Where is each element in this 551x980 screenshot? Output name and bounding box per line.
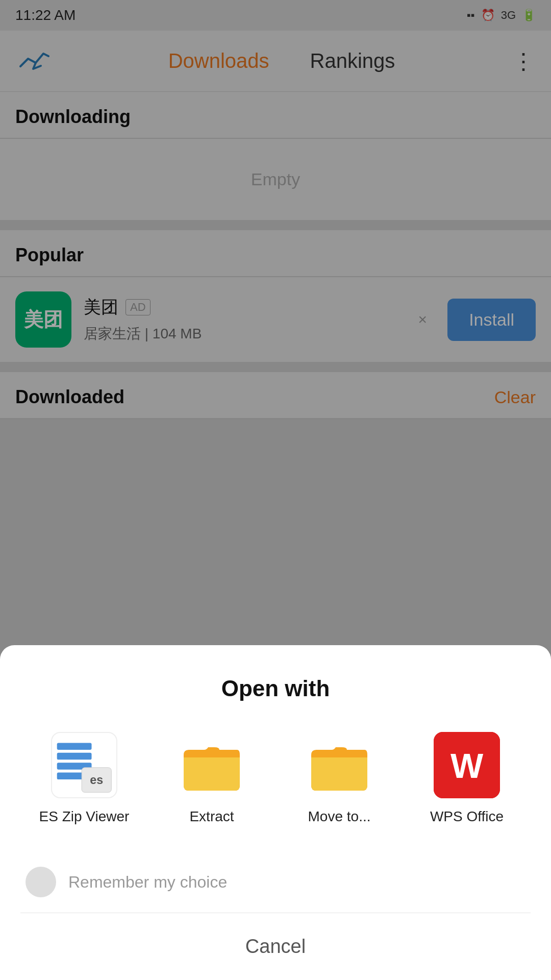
modal-overlay: Open with es ES Zip Viewer (0, 0, 551, 980)
option-move-to[interactable]: Move to... (288, 732, 390, 826)
open-with-dialog: Open with es ES Zip Viewer (0, 645, 551, 980)
wps-label: WPS Office (430, 807, 504, 826)
option-es-zip[interactable]: es ES Zip Viewer (33, 732, 135, 826)
wps-icon: W (434, 732, 500, 798)
cancel-label: Cancel (245, 936, 306, 958)
cancel-row[interactable]: Cancel (20, 913, 531, 980)
dialog-title: Open with (20, 676, 531, 701)
move-to-icon (306, 732, 372, 798)
svg-rect-0 (57, 743, 92, 750)
extract-label: Extract (189, 807, 234, 826)
remember-label: Remember my choice (68, 873, 227, 892)
svg-rect-1 (57, 752, 92, 760)
option-extract[interactable]: Extract (161, 732, 263, 826)
es-zip-label: ES Zip Viewer (39, 807, 130, 826)
app-options-row: es ES Zip Viewer Extract (20, 732, 531, 826)
svg-text:es: es (90, 773, 103, 786)
move-to-label: Move to... (308, 807, 371, 826)
svg-text:W: W (450, 746, 484, 785)
option-wps[interactable]: W WPS Office (416, 732, 518, 826)
remember-row: Remember my choice (20, 856, 531, 913)
remember-toggle[interactable] (26, 867, 56, 897)
extract-icon (179, 732, 245, 798)
es-zip-icon: es (51, 732, 117, 798)
